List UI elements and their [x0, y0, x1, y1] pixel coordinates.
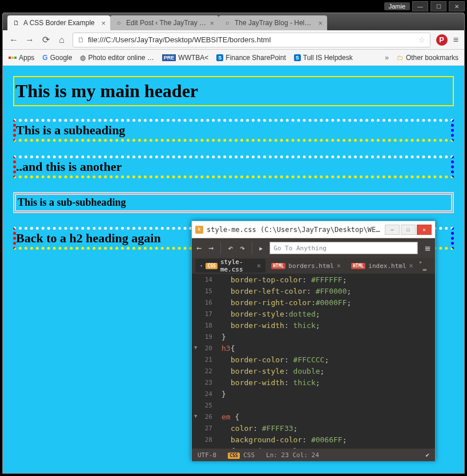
editor-app-icon: k — [195, 226, 203, 234]
editor-maximize-button[interactable]: ☐ — [401, 225, 416, 235]
code-line[interactable]: 25 — [192, 399, 435, 411]
apps-button[interactable]: Apps — [9, 54, 34, 62]
nav-forward-button[interactable]: → — [208, 243, 214, 253]
close-icon[interactable]: × — [337, 262, 341, 270]
code-editor[interactable]: 14border-top-color: #FFFFFF;15border-lef… — [192, 274, 435, 449]
editor-tab-label: borders.html — [288, 262, 333, 270]
check-icon: ✔ — [425, 451, 429, 459]
bookmark-google[interactable]: GGoogle — [42, 54, 72, 62]
folder-icon: 🗀 — [397, 54, 404, 62]
cursor-position[interactable]: Ln: 23 Col: 24 — [266, 451, 319, 459]
code-line[interactable]: 26▼em { — [192, 411, 435, 422]
close-icon[interactable]: × — [318, 19, 323, 27]
editor-tab[interactable]: HTML index.html × — [347, 259, 418, 273]
play-icon[interactable]: ▶ — [259, 245, 263, 251]
undo-button[interactable]: ↶ — [228, 243, 233, 253]
tab-title: A CSS Border Example — [23, 19, 98, 27]
editor-tab-active[interactable]: ▾ CSS style-me.css × — [195, 259, 265, 273]
page-h2: ..and this is another — [13, 155, 454, 178]
browser-tabstrip: 🗋 A CSS Border Example × ○ Edit Post ‹ T… — [3, 13, 464, 30]
os-maximize-button[interactable]: ☐ — [430, 1, 446, 11]
file-icon: 🗋 — [78, 36, 84, 44]
html-badge-icon: HTML — [271, 263, 285, 269]
editor-tab-label: style-me.css — [220, 258, 254, 273]
css-badge-icon: CSS — [206, 263, 217, 269]
editor-tab-label: index.html — [368, 262, 406, 270]
close-icon[interactable]: × — [210, 19, 214, 27]
editor-statusbar: UTF-8 CSS CSS Ln: 23 Col: 24 ✔ — [192, 449, 435, 461]
browser-tab[interactable]: ○ Edit Post ‹ The JayTray Blo… × — [110, 15, 219, 30]
browser-menu-button[interactable]: ≡ — [453, 35, 458, 45]
globe-icon: ◍ — [80, 54, 86, 62]
page-h1: This is my main header — [13, 76, 454, 106]
pre-icon: PRE — [162, 54, 176, 61]
os-minimize-button[interactable]: — — [412, 1, 428, 11]
code-line[interactable]: 16border-right-color:#0000FF; — [192, 297, 435, 308]
page-h3: This is a sub-subheading — [13, 192, 454, 213]
bookmark-tull[interactable]: STull IS Helpdesk — [294, 54, 353, 62]
redo-button[interactable]: ↷ — [240, 243, 245, 253]
bookmarks-bar: Apps GGoogle ◍Photo editor online … PREW… — [3, 50, 464, 66]
pinterest-extension-icon[interactable]: P — [436, 34, 448, 46]
reload-button[interactable]: ⟳ — [41, 34, 51, 45]
home-button[interactable]: ⌂ — [57, 35, 67, 45]
url-text: file:///C:/Users/JayTray/Desktop/WEBSITE… — [88, 35, 415, 44]
editor-title-text: style-me.css (C:\Users\JayTray\Desktop\W… — [207, 226, 381, 234]
editor-close-button[interactable]: ✕ — [417, 225, 432, 235]
editor-minimize-button[interactable]: — — [385, 225, 400, 235]
code-line[interactable]: 22border-style: double; — [192, 365, 435, 377]
bookmark-photo-editor[interactable]: ◍Photo editor online … — [80, 54, 154, 62]
page-h2: This is a subheading — [13, 119, 454, 142]
page-icon: ○ — [223, 19, 231, 27]
bookmark-wwtba[interactable]: PREWWTBA< — [162, 54, 209, 62]
sharepoint-icon: S — [216, 54, 223, 61]
browser-toolbar: ← → ⟳ ⌂ 🗋 file:///C:/Users/JayTray/Deskt… — [3, 30, 464, 50]
other-bookmarks[interactable]: 🗀Other bookmarks — [397, 54, 458, 62]
code-line[interactable]: 21border-color: #FFCCCC; — [192, 354, 435, 365]
bookmarks-overflow[interactable]: » — [385, 54, 389, 62]
editor-tab[interactable]: HTML borders.html × — [267, 259, 345, 273]
editor-toolbar: ← → ↶ ↷ ▶ Go To Anything ≡ — [192, 238, 435, 258]
tab-overflow[interactable]: ▸ ▬ — [419, 258, 432, 273]
code-line[interactable]: 23border-width: thick; — [192, 377, 435, 388]
chevron-down-icon: ▾ — [200, 263, 203, 269]
close-icon[interactable]: × — [409, 262, 413, 270]
nav-back-button[interactable]: ← — [196, 243, 202, 253]
encoding-label[interactable]: UTF-8 — [198, 451, 216, 459]
language-indicator[interactable]: CSS CSS — [228, 451, 255, 459]
code-line[interactable]: 27color: #FFFF33; — [192, 422, 435, 434]
bookmark-finance[interactable]: SFinance SharePoint — [216, 54, 285, 62]
separator — [252, 242, 252, 254]
os-user-badge: Jamie — [384, 2, 410, 10]
browser-tab[interactable]: ○ The JayTray Blog - Helpin… × — [219, 15, 327, 30]
code-line[interactable]: 24} — [192, 388, 435, 399]
editor-menu-button[interactable]: ≡ — [425, 243, 430, 254]
code-line[interactable]: 18border-width: thick; — [192, 319, 435, 331]
page-icon: ○ — [115, 19, 123, 27]
editor-tabstrip: ▾ CSS style-me.css × HTML borders.html ×… — [192, 258, 435, 274]
code-line[interactable]: 17border-style:dotted; — [192, 308, 435, 319]
forward-button[interactable]: → — [25, 35, 35, 45]
bookmark-star-icon[interactable]: ☆ — [418, 35, 425, 44]
code-line[interactable]: 20▼h3{ — [192, 342, 435, 354]
goto-input[interactable]: Go To Anything — [269, 242, 418, 254]
code-line[interactable]: 28background-color: #0066FF; — [192, 434, 435, 445]
editor-titlebar[interactable]: k style-me.css (C:\Users\JayTray\Desktop… — [192, 221, 435, 238]
code-line[interactable]: 14border-top-color: #FFFFFF; — [192, 274, 435, 285]
sharepoint-icon: S — [294, 54, 301, 61]
tab-title: Edit Post ‹ The JayTray Blo… — [126, 19, 206, 27]
code-line[interactable]: 15border-left-color: #FF0000; — [192, 285, 435, 297]
apps-icon — [9, 57, 17, 59]
tab-title: The JayTray Blog - Helpin… — [235, 19, 315, 27]
css-badge-icon: CSS — [228, 453, 239, 459]
close-icon[interactable]: × — [257, 262, 261, 270]
browser-tab-active[interactable]: 🗋 A CSS Border Example × — [7, 15, 110, 30]
page-icon: 🗋 — [12, 19, 20, 27]
os-close-button[interactable]: ✕ — [449, 1, 465, 11]
separator — [220, 242, 221, 254]
apps-label: Apps — [19, 54, 34, 62]
address-bar[interactable]: 🗋 file:///C:/Users/JayTray/Desktop/WEBSI… — [73, 33, 430, 47]
code-line[interactable]: 19} — [192, 331, 435, 342]
close-icon[interactable]: × — [101, 19, 106, 27]
back-button[interactable]: ← — [9, 35, 19, 45]
